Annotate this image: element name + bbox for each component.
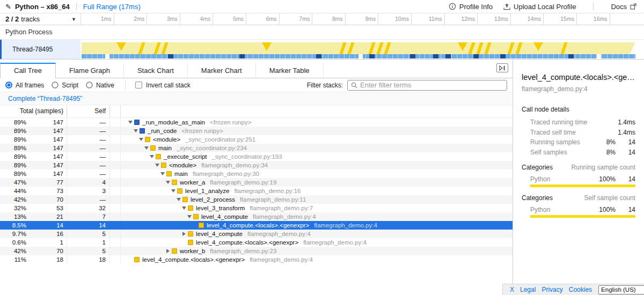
expand-toggle[interactable]: [132, 129, 140, 132]
marker-slash: [476, 42, 483, 54]
table-header: Total (samples) Self: [0, 105, 513, 118]
thread-track-canvas[interactable]: [80, 40, 639, 59]
cell-self-samples: 4: [67, 178, 110, 187]
table-row[interactable]: 89%147—main_sync_coordinator.py:234: [0, 144, 513, 152]
table-row[interactable]: 89%147—<module>flamegraph_demo.py:34: [0, 161, 513, 169]
sidebar-toggle-button[interactable]: [496, 63, 508, 72]
table-row[interactable]: 89%147—_run_module_as_main<frozen runpy>: [0, 118, 513, 127]
expand-toggle[interactable]: [164, 181, 172, 184]
expand-toggle[interactable]: [164, 249, 172, 253]
full-range-link[interactable]: Full Range (17ms): [83, 3, 141, 11]
cell-self-samples: 1: [67, 238, 110, 247]
categories-title: Categories: [522, 164, 553, 171]
ruler-tick-label: 14ms: [511, 13, 544, 25]
expand-toggle[interactable]: [180, 232, 188, 236]
col-total-header[interactable]: Total (samples): [0, 105, 67, 117]
table-row[interactable]: 89%147—_run_code<frozen runpy>: [0, 127, 513, 135]
yellow-frame-icon: [188, 205, 193, 211]
expand-toggle[interactable]: [127, 121, 134, 124]
expand-toggle[interactable]: [180, 206, 188, 210]
table-row[interactable]: 89%147—<module>_sync_coordinator.py:251: [0, 135, 513, 144]
footer-link-x[interactable]: X: [510, 286, 514, 293]
category-row: Python100%14: [522, 175, 635, 183]
footer-link-legal[interactable]: Legal: [520, 286, 536, 293]
filter-input[interactable]: [360, 81, 503, 89]
indent-spacer: [121, 217, 186, 217]
sample-dense-segment: [369, 54, 375, 58]
expand-toggle[interactable]: [175, 198, 182, 201]
tab-marker-chart[interactable]: Marker Chart: [188, 63, 256, 78]
profile-name[interactable]: Python – x86_64: [15, 3, 70, 11]
profile-info-button[interactable]: Profile Info: [449, 3, 493, 11]
function-name: <module>: [153, 135, 180, 144]
category-name: Python: [530, 206, 550, 213]
table-row[interactable]: 13%217level_4_computeflamegraph_demo.py:…: [0, 212, 513, 221]
radio-all-frames[interactable]: All frames: [5, 82, 44, 89]
category-name: Python: [530, 175, 550, 183]
table-row[interactable]: 11%1818level_4_compute.<locals>.<genexpr…: [0, 255, 513, 264]
cell-total-percent: 89%: [0, 135, 28, 144]
upload-profile-button[interactable]: Upload Local Profile: [503, 3, 576, 11]
category-row: Python100%14: [522, 206, 635, 213]
breadcrumb-root-link[interactable]: Complete “Thread-78495”: [8, 95, 82, 102]
cell-self-samples: —: [67, 161, 110, 169]
radio-label: Script: [62, 82, 78, 89]
cell-self-samples: —: [67, 127, 110, 135]
cell-total-percent: 11%: [0, 255, 28, 264]
invert-call-stack-checkbox[interactable]: [135, 82, 142, 88]
triangle-open-icon: [128, 121, 133, 124]
process-track-header[interactable]: Python Process: [0, 25, 644, 40]
expand-toggle[interactable]: [159, 172, 166, 175]
marker-slash: [138, 42, 145, 54]
table-row[interactable]: 8.5%1414level_4_compute.<locals>.<genexp…: [0, 221, 513, 230]
table-row[interactable]: 89%147—_execute_script_sync_coordinator.…: [0, 152, 513, 161]
cell-gap: [110, 238, 121, 247]
table-row[interactable]: 42%705worker_bflamegraph_demo.py:23: [0, 247, 513, 255]
expand-toggle[interactable]: [137, 138, 145, 141]
triangle-open-icon: [166, 181, 170, 184]
expand-toggle[interactable]: [170, 189, 177, 193]
sample-gap: [597, 54, 601, 58]
cell-call-node: _run_code<frozen runpy>: [121, 127, 513, 135]
marker-slash: [468, 42, 475, 54]
table-row[interactable]: 0.6%11level_4_compute.<locals>.<genexpr>…: [0, 238, 513, 247]
tab-stack-chart[interactable]: Stack Chart: [124, 63, 188, 78]
info-icon: [449, 3, 456, 10]
table-row[interactable]: 9.7%165level_4_computeflamegraph_demo.py…: [0, 230, 513, 238]
ruler-tick-label: 5ms: [213, 13, 246, 25]
function-location: flamegraph_demo.py:16: [234, 187, 301, 195]
expand-toggle[interactable]: [186, 215, 193, 218]
thread-track-header[interactable]: Thread-78495: [0, 40, 80, 59]
marker-slash: [347, 42, 354, 54]
activity-band: [82, 42, 635, 54]
tab-call-tree[interactable]: Call Tree: [0, 63, 56, 78]
col-self-header[interactable]: Self: [67, 105, 110, 117]
indent-spacer: [121, 191, 170, 191]
expand-toggle[interactable]: [148, 155, 156, 158]
tab-marker-table[interactable]: Marker Table: [256, 63, 324, 78]
language-select[interactable]: English (US): [598, 285, 644, 294]
table-row[interactable]: 89%147—mainflamegraph_demo.py:30: [0, 169, 513, 178]
yellow-frame-icon: [145, 137, 150, 142]
docs-link[interactable]: Docs: [611, 3, 636, 11]
expand-toggle[interactable]: [153, 164, 161, 167]
blue-frame-icon: [140, 128, 145, 134]
tab-flame-graph[interactable]: Flame Graph: [56, 63, 124, 78]
edit-pencil-icon[interactable]: ✎: [5, 3, 11, 11]
radio-script[interactable]: Script: [52, 82, 78, 89]
triangle-open-icon: [155, 164, 159, 167]
yellow-frame-icon: [188, 240, 193, 245]
radio-native[interactable]: Native: [86, 82, 114, 89]
tracks-dropdown[interactable]: 2 / 2 tracks ▼: [0, 13, 80, 25]
table-row[interactable]: 32%5332level_3_transformflamegraph_demo.…: [0, 204, 513, 212]
table-row[interactable]: 47%774worker_aflamegraph_demo.py:19: [0, 178, 513, 187]
cell-call-node: level_4_computeflamegraph_demo.py:4: [121, 212, 513, 221]
footer-link-cookies[interactable]: Cookies: [569, 286, 592, 293]
cell-total-percent: 42%: [0, 195, 28, 204]
table-row[interactable]: 42%70—level_2_processflamegraph_demo.py:…: [0, 195, 513, 204]
cell-total-percent: 89%: [0, 152, 28, 161]
yellow-frame-icon: [193, 214, 199, 219]
expand-toggle[interactable]: [143, 146, 150, 150]
footer-link-privacy[interactable]: Privacy: [541, 286, 562, 293]
table-row[interactable]: 44%733level_1_analyzeflamegraph_demo.py:…: [0, 187, 513, 195]
